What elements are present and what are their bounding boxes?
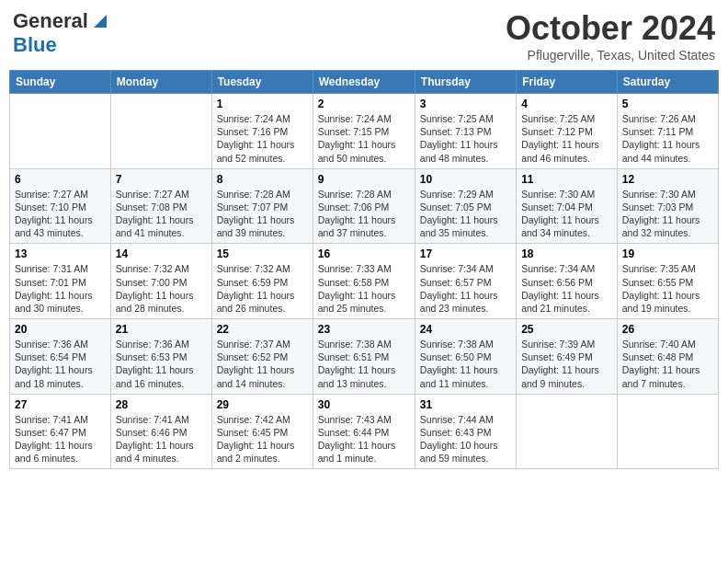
month-title: October 2024 <box>506 9 715 48</box>
week-row-2: 6Sunrise: 7:27 AM Sunset: 7:10 PM Daylig… <box>10 168 719 244</box>
calendar-cell: 27Sunrise: 7:41 AM Sunset: 6:47 PM Dayli… <box>10 394 111 469</box>
day-number: 6 <box>15 173 106 186</box>
calendar-cell <box>110 94 211 169</box>
calendar-cell: 15Sunrise: 7:32 AM Sunset: 6:59 PM Dayli… <box>211 244 313 319</box>
calendar-cell: 11Sunrise: 7:30 AM Sunset: 7:04 PM Dayli… <box>517 168 618 244</box>
col-header-friday: Friday <box>517 71 618 94</box>
day-number: 30 <box>318 398 410 411</box>
col-header-monday: Monday <box>110 71 211 94</box>
day-info: Sunrise: 7:24 AM Sunset: 7:15 PM Dayligh… <box>318 112 410 165</box>
calendar-cell <box>517 394 618 469</box>
day-number: 20 <box>15 323 106 336</box>
day-info: Sunrise: 7:27 AM Sunset: 7:08 PM Dayligh… <box>116 188 207 240</box>
day-info: Sunrise: 7:39 AM Sunset: 6:49 PM Dayligh… <box>521 338 612 390</box>
day-number: 8 <box>217 173 308 186</box>
day-number: 10 <box>420 173 511 186</box>
day-info: Sunrise: 7:38 AM Sunset: 6:51 PM Dayligh… <box>318 338 410 390</box>
day-number: 14 <box>116 247 207 260</box>
day-info: Sunrise: 7:41 AM Sunset: 6:47 PM Dayligh… <box>15 413 106 465</box>
calendar-cell: 12Sunrise: 7:30 AM Sunset: 7:03 PM Dayli… <box>617 168 718 244</box>
day-number: 12 <box>622 173 713 186</box>
day-number: 7 <box>116 173 207 186</box>
day-number: 26 <box>622 323 713 336</box>
col-header-saturday: Saturday <box>617 71 718 94</box>
day-number: 17 <box>420 247 511 260</box>
calendar-cell: 9Sunrise: 7:28 AM Sunset: 7:06 PM Daylig… <box>313 168 415 244</box>
day-number: 3 <box>420 98 511 110</box>
day-number: 18 <box>521 247 612 260</box>
day-info: Sunrise: 7:34 AM Sunset: 6:56 PM Dayligh… <box>521 262 612 315</box>
calendar-cell: 20Sunrise: 7:36 AM Sunset: 6:54 PM Dayli… <box>10 319 111 395</box>
day-info: Sunrise: 7:32 AM Sunset: 6:59 PM Dayligh… <box>217 262 308 315</box>
week-row-4: 20Sunrise: 7:36 AM Sunset: 6:54 PM Dayli… <box>10 319 719 395</box>
calendar-cell: 3Sunrise: 7:25 AM Sunset: 7:13 PM Daylig… <box>415 94 516 169</box>
calendar-cell: 1Sunrise: 7:24 AM Sunset: 7:16 PM Daylig… <box>211 94 313 169</box>
calendar-cell: 31Sunrise: 7:44 AM Sunset: 6:43 PM Dayli… <box>415 394 516 469</box>
location: Pflugerville, Texas, United States <box>506 48 715 63</box>
day-info: Sunrise: 7:42 AM Sunset: 6:45 PM Dayligh… <box>217 413 308 465</box>
calendar-cell: 2Sunrise: 7:24 AM Sunset: 7:15 PM Daylig… <box>313 94 415 169</box>
calendar-cell: 24Sunrise: 7:38 AM Sunset: 6:50 PM Dayli… <box>415 319 516 395</box>
day-info: Sunrise: 7:44 AM Sunset: 6:43 PM Dayligh… <box>420 413 511 465</box>
calendar-cell: 6Sunrise: 7:27 AM Sunset: 7:10 PM Daylig… <box>10 168 111 244</box>
day-number: 31 <box>420 398 511 411</box>
calendar-cell: 14Sunrise: 7:32 AM Sunset: 7:00 PM Dayli… <box>110 244 211 319</box>
day-info: Sunrise: 7:34 AM Sunset: 6:57 PM Dayligh… <box>420 262 511 315</box>
calendar-cell: 23Sunrise: 7:38 AM Sunset: 6:51 PM Dayli… <box>313 319 415 395</box>
calendar-cell <box>10 94 111 169</box>
day-info: Sunrise: 7:24 AM Sunset: 7:16 PM Dayligh… <box>217 112 308 165</box>
day-info: Sunrise: 7:36 AM Sunset: 6:53 PM Dayligh… <box>116 338 207 390</box>
day-info: Sunrise: 7:40 AM Sunset: 6:48 PM Dayligh… <box>622 338 713 390</box>
day-number: 9 <box>318 173 410 186</box>
calendar-cell: 22Sunrise: 7:37 AM Sunset: 6:52 PM Dayli… <box>211 319 313 395</box>
title-block: October 2024 Pflugerville, Texas, United… <box>506 9 715 63</box>
col-header-wednesday: Wednesday <box>313 71 415 94</box>
calendar-cell: 28Sunrise: 7:41 AM Sunset: 6:46 PM Dayli… <box>110 394 211 469</box>
calendar-cell: 18Sunrise: 7:34 AM Sunset: 6:56 PM Dayli… <box>517 244 618 319</box>
logo-triangle-icon <box>90 11 107 28</box>
logo: General Blue <box>13 9 107 57</box>
calendar-cell: 16Sunrise: 7:33 AM Sunset: 6:58 PM Dayli… <box>313 244 415 319</box>
week-row-3: 13Sunrise: 7:31 AM Sunset: 7:01 PM Dayli… <box>10 244 719 319</box>
calendar-cell: 30Sunrise: 7:43 AM Sunset: 6:44 PM Dayli… <box>313 394 415 469</box>
day-info: Sunrise: 7:36 AM Sunset: 6:54 PM Dayligh… <box>15 338 106 390</box>
calendar-cell: 21Sunrise: 7:36 AM Sunset: 6:53 PM Dayli… <box>110 319 211 395</box>
day-info: Sunrise: 7:25 AM Sunset: 7:13 PM Dayligh… <box>420 112 511 165</box>
day-number: 25 <box>521 323 612 336</box>
day-info: Sunrise: 7:29 AM Sunset: 7:05 PM Dayligh… <box>420 188 511 240</box>
day-number: 23 <box>318 323 410 336</box>
day-info: Sunrise: 7:28 AM Sunset: 7:06 PM Dayligh… <box>318 188 410 240</box>
calendar-cell <box>617 394 718 469</box>
day-number: 15 <box>217 247 308 260</box>
day-info: Sunrise: 7:38 AM Sunset: 6:50 PM Dayligh… <box>420 338 511 390</box>
page-header: General Blue October 2024 Pflugerville, … <box>9 9 719 63</box>
day-info: Sunrise: 7:25 AM Sunset: 7:12 PM Dayligh… <box>521 112 612 165</box>
day-info: Sunrise: 7:30 AM Sunset: 7:04 PM Dayligh… <box>521 188 612 240</box>
day-number: 5 <box>622 98 713 110</box>
calendar-cell: 8Sunrise: 7:28 AM Sunset: 7:07 PM Daylig… <box>211 168 313 244</box>
day-info: Sunrise: 7:43 AM Sunset: 6:44 PM Dayligh… <box>318 413 410 465</box>
calendar-cell: 26Sunrise: 7:40 AM Sunset: 6:48 PM Dayli… <box>617 319 718 395</box>
calendar-cell: 13Sunrise: 7:31 AM Sunset: 7:01 PM Dayli… <box>10 244 111 319</box>
calendar-cell: 10Sunrise: 7:29 AM Sunset: 7:05 PM Dayli… <box>415 168 516 244</box>
week-row-1: 1Sunrise: 7:24 AM Sunset: 7:16 PM Daylig… <box>10 94 719 169</box>
day-number: 19 <box>622 247 713 260</box>
day-number: 29 <box>217 398 308 411</box>
day-info: Sunrise: 7:33 AM Sunset: 6:58 PM Dayligh… <box>318 262 410 315</box>
calendar-cell: 29Sunrise: 7:42 AM Sunset: 6:45 PM Dayli… <box>211 394 313 469</box>
day-number: 16 <box>318 247 410 260</box>
day-number: 28 <box>116 398 207 411</box>
day-info: Sunrise: 7:32 AM Sunset: 7:00 PM Dayligh… <box>116 262 207 315</box>
col-header-thursday: Thursday <box>415 71 516 94</box>
day-number: 4 <box>521 98 612 110</box>
day-info: Sunrise: 7:28 AM Sunset: 7:07 PM Dayligh… <box>217 188 308 240</box>
svg-marker-0 <box>94 15 107 28</box>
day-info: Sunrise: 7:37 AM Sunset: 6:52 PM Dayligh… <box>217 338 308 390</box>
day-number: 1 <box>217 98 308 110</box>
day-number: 21 <box>116 323 207 336</box>
day-number: 13 <box>15 247 106 260</box>
day-info: Sunrise: 7:26 AM Sunset: 7:11 PM Dayligh… <box>622 112 713 165</box>
day-number: 2 <box>318 98 410 110</box>
calendar-header-row: SundayMondayTuesdayWednesdayThursdayFrid… <box>10 71 719 94</box>
day-info: Sunrise: 7:41 AM Sunset: 6:46 PM Dayligh… <box>116 413 207 465</box>
